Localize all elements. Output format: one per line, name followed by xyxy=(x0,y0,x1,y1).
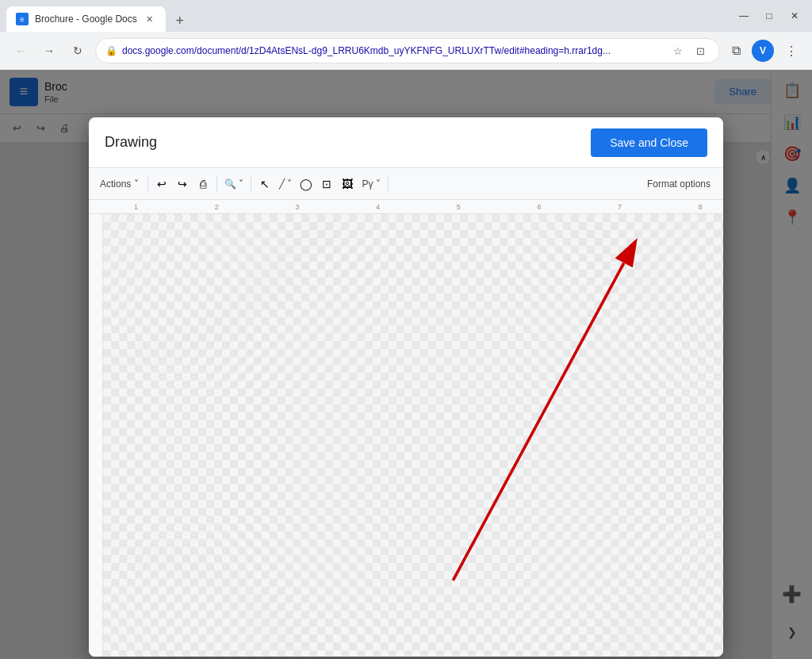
address-actions: ☆ ⊡ xyxy=(668,41,710,60)
title-bar: Brochure - Google Docs ✕ + — □ ✕ xyxy=(0,0,812,32)
maximize-button[interactable]: □ xyxy=(758,5,780,27)
drawing-toolbar: Actions ˅ ↩ ↪ ⎙ 🔍 ˅ ↖ ╱ ˅ ◯ ⊡ 🖼 Pγ ˅ For… xyxy=(89,168,723,200)
toolbar-separator-3 xyxy=(251,176,251,192)
toolbar-separator-4 xyxy=(388,176,389,192)
browser-tab[interactable]: Brochure - Google Docs ✕ xyxy=(6,6,166,32)
save-and-close-button[interactable]: Save and Close xyxy=(591,128,707,157)
dialog-title: Drawing xyxy=(105,134,591,151)
drawing-redo-button[interactable]: ↪ xyxy=(173,174,192,193)
modal-overlay: Drawing Save and Close Actions ˅ ↩ ↪ ⎙ 🔍… xyxy=(0,70,812,659)
address-bar: ← → ↻ 🔒 docs.google.com/document/d/1zD4A… xyxy=(0,32,812,70)
toolbar-separator-2 xyxy=(216,176,217,192)
address-text: docs.google.com/document/d/1zD4AtsENsL-d… xyxy=(122,45,664,56)
tab-area: Brochure - Google Docs ✕ + xyxy=(6,0,733,32)
forward-button[interactable]: → xyxy=(38,40,60,62)
tab-title: Brochure - Google Docs xyxy=(35,13,137,25)
drawing-dialog: Drawing Save and Close Actions ˅ ↩ ↪ ⎙ 🔍… xyxy=(89,117,723,657)
drawing-canvas-area[interactable]: 1 2 3 4 5 6 7 8 2 3 xyxy=(89,200,723,657)
dialog-header: Drawing Save and Close xyxy=(89,117,723,168)
address-field[interactable]: 🔒 docs.google.com/document/d/1zD4AtsENsL… xyxy=(95,38,720,63)
google-docs-background: ≡ Broc File Share V ↩ ↪ 🖨 1 📋 📊 � xyxy=(0,70,812,659)
actions-menu-button[interactable]: Actions ˅ xyxy=(95,173,144,195)
new-tab-button[interactable]: + xyxy=(169,10,191,32)
toolbar-separator-1 xyxy=(147,176,148,192)
minimize-button[interactable]: — xyxy=(733,5,755,27)
drawing-undo-button[interactable]: ↩ xyxy=(152,174,171,193)
ruler-top: 1 2 3 4 5 6 7 8 xyxy=(89,200,723,214)
svg-line-1 xyxy=(453,263,624,580)
drawing-format-painter[interactable]: ⎙ xyxy=(193,174,213,193)
select-tool-button[interactable]: ↖ xyxy=(255,174,274,193)
ruler-top-ticks: 1 2 3 4 5 6 7 8 xyxy=(103,200,723,213)
window-controls: — □ ✕ xyxy=(733,5,806,27)
profile-button[interactable]: V xyxy=(752,40,774,62)
tab-favicon xyxy=(16,13,29,25)
close-button[interactable]: ✕ xyxy=(783,5,806,27)
ruler-left: 2 3 4 5 6 xyxy=(89,214,103,657)
chrome-browser: Brochure - Google Docs ✕ + — □ ✕ ← → ↻ 🔒… xyxy=(0,0,812,659)
drawing-canvas-surface[interactable] xyxy=(103,214,723,657)
wordart-tool-button[interactable]: Pγ ˅ xyxy=(358,173,383,195)
zoom-button[interactable]: 🔍 ˅ xyxy=(221,173,247,195)
extensions-icon[interactable]: ⧉ xyxy=(726,41,745,60)
tab-close-button[interactable]: ✕ xyxy=(144,13,156,25)
chrome-menu-button[interactable]: ⋮ xyxy=(780,40,802,62)
line-tool-button[interactable]: ╱ ˅ xyxy=(276,173,295,195)
textbox-tool-button[interactable]: ⊡ xyxy=(317,174,336,193)
red-arrow-annotation xyxy=(103,214,723,657)
image-tool-button[interactable]: 🖼 xyxy=(338,174,357,193)
format-options-button[interactable]: Format options xyxy=(641,178,717,190)
lock-icon: 🔒 xyxy=(105,45,117,56)
back-button[interactable]: ← xyxy=(10,40,32,62)
extensions-button[interactable]: ⊡ xyxy=(691,41,710,60)
shapes-tool-button[interactable]: ◯ xyxy=(297,174,316,193)
bookmark-button[interactable]: ☆ xyxy=(668,41,688,60)
reload-button[interactable]: ↻ xyxy=(67,40,89,62)
